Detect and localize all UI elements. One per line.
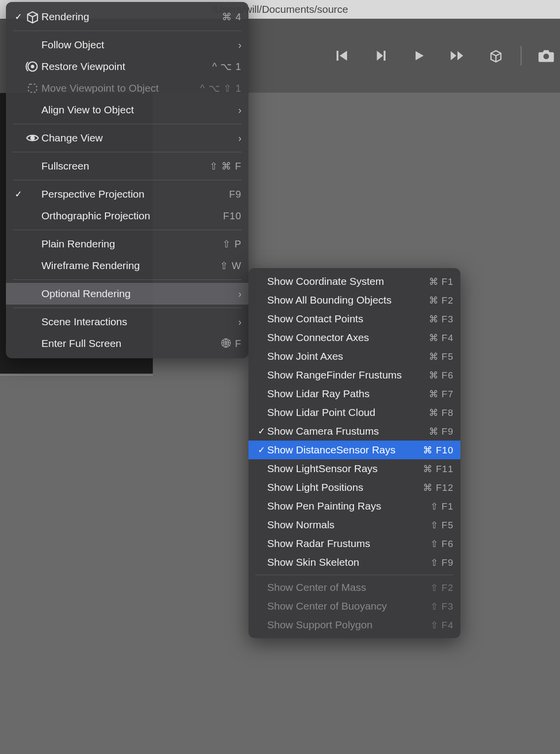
- optional-rendering-submenu[interactable]: Show Coordinate System⌘ F1Show All Bound…: [248, 268, 460, 638]
- menu-item-label: Perspective Projection: [41, 188, 207, 200]
- menu-item-label: Enter Full Screen: [41, 338, 207, 349]
- menu-item[interactable]: Plain Rendering⇧ P: [6, 233, 248, 255]
- menu-item[interactable]: Change View›: [6, 127, 248, 149]
- submenu-item[interactable]: Show Contact Points⌘ F3: [248, 309, 460, 328]
- menu-item[interactable]: ✓Perspective ProjectionF9: [6, 183, 248, 205]
- submenu-item-label: Show Skin Skeleton: [267, 556, 419, 568]
- menu-separator: [255, 575, 454, 575]
- menu-shortcut: ^ ⌥ ⇧ 1: [200, 82, 242, 94]
- submenu-item-label: Show Pen Painting Rays: [267, 500, 419, 512]
- menu-item-label: Fullscreen: [41, 160, 207, 172]
- submenu-item: Show Center of Buoyancy⇧ F3: [248, 597, 460, 616]
- submenu-item[interactable]: Show Skin Skeleton⇧ F9: [248, 553, 460, 572]
- submenu-item[interactable]: Show Normals⇧ F5: [248, 515, 460, 534]
- restore-icon: [24, 60, 41, 73]
- menu-item[interactable]: Follow Object›: [6, 34, 248, 56]
- submenu-item[interactable]: Show Connector Axes⌘ F4: [248, 328, 460, 347]
- submenu-item[interactable]: Show Pen Painting Rays⇧ F1: [248, 497, 460, 515]
- check-icon: ✓: [13, 189, 24, 200]
- camera-icon[interactable]: [537, 47, 555, 65]
- submenu-shortcut: ⇧ F6: [419, 538, 454, 549]
- cube-icon[interactable]: [487, 47, 505, 65]
- menu-shortcut: ⌘ 4: [207, 11, 242, 23]
- menu-item-label: Restore Viewpoint: [41, 61, 207, 72]
- submenu-item[interactable]: Show Light Positions⌘ F12: [248, 478, 460, 497]
- menu-item[interactable]: Align View to Object›: [6, 99, 248, 121]
- menu-item-label: Optional Rendering: [41, 288, 232, 300]
- submenu-item[interactable]: Show Lidar Point Cloud⌘ F8: [248, 403, 460, 422]
- menu-item-label: Move Viewpoint to Object: [41, 82, 200, 94]
- submenu-item[interactable]: Show All Bounding Objects⌘ F2: [248, 291, 460, 309]
- submenu-item[interactable]: Show Lidar Ray Paths⌘ F7: [248, 384, 460, 403]
- menu-item-label: Orthographic Projection: [41, 210, 207, 222]
- submenu-item-label: Show Coordinate System: [267, 275, 419, 287]
- check-icon: ✓: [13, 11, 24, 22]
- toolbar-divider: [521, 46, 522, 66]
- svg-rect-5: [29, 84, 36, 92]
- svg-point-6: [31, 137, 35, 140]
- submenu-item[interactable]: ✓Show Camera Frustums⌘ F9: [248, 422, 460, 441]
- submenu-shortcut: ⇧ F4: [419, 619, 454, 631]
- menu-item-label: Change View: [41, 132, 232, 144]
- menu-separator: [13, 180, 242, 180]
- submenu-item-label: Show Radar Frustums: [267, 538, 419, 549]
- submenu-shortcut: ⌘ F9: [419, 426, 454, 437]
- menu-separator: [13, 124, 242, 124]
- submenu-shortcut: ⇧ F9: [419, 557, 454, 568]
- submenu-shortcut: ⌘ F7: [419, 388, 454, 400]
- submenu-shortcut: ⌘ F12: [419, 482, 454, 493]
- menu-item[interactable]: Enter Full Screen🌐︎ F: [6, 333, 248, 354]
- submenu-item-label: Show Light Positions: [267, 481, 419, 493]
- chevron-right-icon: ›: [232, 133, 242, 144]
- menu-item[interactable]: Optional Rendering›: [6, 283, 248, 305]
- submenu-item-label: Show Lidar Ray Paths: [267, 388, 419, 400]
- submenu-item[interactable]: Show Coordinate System⌘ F1: [248, 272, 460, 291]
- submenu-item-label: Show All Bounding Objects: [267, 294, 419, 306]
- submenu-shortcut: ⌘ F11: [419, 463, 454, 475]
- menu-item-label: Plain Rendering: [41, 238, 207, 250]
- play-icon[interactable]: [410, 47, 428, 65]
- submenu-shortcut: ⇧ F1: [419, 501, 454, 512]
- menu-shortcut: F9: [207, 189, 242, 200]
- skip-back-icon[interactable]: [333, 47, 351, 65]
- menu-item[interactable]: Wireframe Rendering⇧ W: [6, 255, 248, 276]
- menu-header-rendering[interactable]: ✓ Rendering ⌘ 4: [6, 6, 248, 28]
- submenu-shortcut: ⌘ F1: [419, 276, 454, 287]
- submenu-shortcut: ⌘ F5: [419, 351, 454, 362]
- menu-shortcut: ^ ⌥ 1: [207, 61, 242, 72]
- menu-shortcut: ⇧ W: [207, 260, 242, 272]
- menu-item[interactable]: Scene Interactions›: [6, 311, 248, 333]
- cube-wire-icon: [24, 9, 41, 24]
- menu-item[interactable]: Fullscreen⇧ ⌘ F: [6, 155, 248, 177]
- fast-forward-icon[interactable]: [449, 47, 466, 65]
- menu-shortcut: ⇧ P: [207, 238, 242, 250]
- submenu-item-label: Show Joint Axes: [267, 350, 419, 362]
- submenu-item-label: Show LightSensor Rays: [267, 463, 419, 475]
- chevron-right-icon: ›: [232, 39, 242, 51]
- rendering-menu[interactable]: ✓ Rendering ⌘ 4 Follow Object›Restore Vi…: [6, 2, 248, 358]
- submenu-item[interactable]: Show Joint Axes⌘ F5: [248, 347, 460, 366]
- eye-icon: [24, 133, 41, 143]
- submenu-item-label: Show Center of Buoyancy: [267, 600, 419, 612]
- submenu-item-label: Show Lidar Point Cloud: [267, 407, 419, 418]
- submenu-shortcut: ⌘ F8: [419, 407, 454, 418]
- submenu-item-label: Show Support Polygon: [267, 619, 419, 631]
- submenu-item[interactable]: Show RangeFinder Frustums⌘ F6: [248, 366, 460, 384]
- menu-item[interactable]: Restore Viewpoint^ ⌥ 1: [6, 56, 248, 77]
- menu-item[interactable]: Orthographic ProjectionF10: [6, 205, 248, 227]
- submenu-item[interactable]: Show Radar Frustums⇧ F6: [248, 534, 460, 553]
- submenu-shortcut: ⌘ F3: [419, 313, 454, 325]
- submenu-item[interactable]: ✓Show DistanceSensor Rays⌘ F10: [248, 441, 460, 459]
- svg-point-4: [32, 66, 34, 68]
- menu-shortcut: 🌐︎ F: [207, 338, 242, 349]
- step-icon[interactable]: [372, 47, 389, 65]
- menu-separator: [13, 230, 242, 230]
- submenu-item[interactable]: Show LightSensor Rays⌘ F11: [248, 459, 460, 478]
- menu-separator: [13, 152, 242, 152]
- chevron-right-icon: ›: [232, 104, 242, 116]
- submenu-shortcut: ⌘ F10: [419, 445, 454, 456]
- submenu-shortcut: ⌘ F6: [419, 370, 454, 381]
- bottom-panel: [0, 375, 153, 754]
- move-viewpoint-icon: [24, 81, 41, 95]
- menu-separator: [13, 308, 242, 308]
